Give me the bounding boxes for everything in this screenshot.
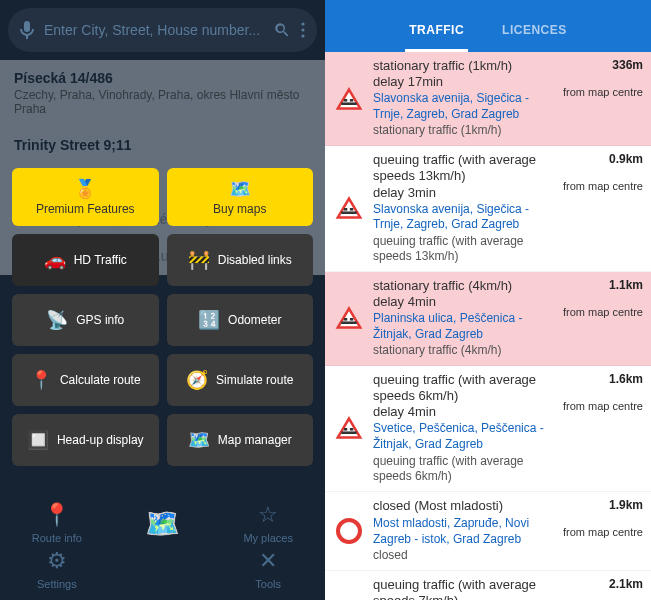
buy-maps-button[interactable]: 🗺️ Buy maps [167,168,314,226]
nav-label: My places [243,532,293,544]
traffic-location: Slavonska avenija, Sigečica - Trnje, Zag… [373,91,551,122]
nav-settings[interactable]: ⚙ Settings [6,548,108,590]
traffic-title: stationary traffic (4km/h) [373,278,551,294]
traffic-delay: delay 3min [373,185,551,200]
right-panel: TRAFFIC LICENCES stationary traffic (1km… [325,0,651,600]
svg-rect-7 [344,208,347,211]
route-calc-icon: 📍 [30,369,52,391]
svg-rect-11 [350,318,353,321]
traffic-location: Slavonska avenija, Sigečica - Trnje, Zag… [373,202,551,233]
traffic-delay: delay 17min [373,74,551,89]
traffic-meta: 1.9kmfrom map centre [557,498,643,564]
more-icon[interactable] [301,22,305,38]
nav-route-info[interactable]: 📍 Route info [6,502,108,544]
traffic-condition: stationary traffic (1km/h) [373,123,551,139]
traffic-body: stationary traffic (4km/h)delay 4minPlan… [373,278,551,359]
simulate-icon: 🧭 [186,369,208,391]
traffic-delay: delay 4min [373,404,551,419]
svg-rect-13 [344,428,347,431]
closed-icon [331,498,367,564]
calculate-route-button[interactable]: 📍 Calculate route [12,354,159,406]
svg-rect-14 [350,428,353,431]
svg-point-0 [301,22,304,25]
traffic-distance: 336m [557,58,643,72]
tools-menu: 🏅 Premium Features 🗺️ Buy maps 🚗 HD Traf… [12,168,313,466]
traffic-item[interactable]: queuing traffic (with average speeds 7km… [325,571,651,600]
left-panel: Písecká 14/486 Czechy, Praha, Vinohrady,… [0,0,325,600]
star-icon: ☆ [258,502,278,528]
odometer-button[interactable]: 🔢 Odometer [167,294,314,346]
nav-label: Route info [32,532,82,544]
tools-icon: ✕ [259,548,277,574]
menu-label: Disabled links [218,253,292,267]
traffic-delay: delay 4min [373,294,551,309]
traffic-meta: 336mfrom map centre [557,58,643,139]
svg-rect-12 [341,432,356,435]
premium-features-button[interactable]: 🏅 Premium Features [12,168,159,226]
disabled-links-button[interactable]: 🚧 Disabled links [167,234,314,286]
menu-label: Map manager [218,433,292,447]
svg-rect-5 [350,99,353,102]
traffic-location: Planinska ulica, Peščenica - Žitnjak, Gr… [373,311,551,342]
traffic-source: from map centre [557,400,643,413]
search-input[interactable] [44,22,263,38]
warning-icon [331,152,367,265]
menu-label: Head-up display [57,433,144,447]
nav-map-icon[interactable]: 🗺️ [112,502,214,544]
tab-traffic[interactable]: TRAFFIC [405,9,468,52]
route-icon: 📍 [43,502,70,528]
traffic-title: stationary traffic (1km/h) [373,58,551,74]
warning-icon [331,577,367,600]
tab-licences[interactable]: LICENCES [498,9,571,52]
menu-label: Premium Features [36,202,135,216]
search-icon[interactable] [273,21,291,39]
bottom-nav: 📍 Route info 🗺️ ☆ My places ⚙ Settings ✕… [0,494,325,600]
menu-label: Calculate route [60,373,141,387]
traffic-item[interactable]: stationary traffic (4km/h)delay 4minPlan… [325,272,651,366]
traffic-item[interactable]: stationary traffic (1km/h)delay 17minSla… [325,52,651,146]
closed-icon [336,518,362,544]
traffic-distance: 2.1km [557,577,643,591]
traffic-meta: 1.6kmfrom map centre [557,372,643,485]
traffic-title: queuing traffic (with average speeds 6km… [373,372,551,405]
map-manager-button[interactable]: 🗺️ Map manager [167,414,314,466]
mic-icon[interactable] [20,21,34,39]
svg-rect-10 [344,318,347,321]
map-plus-icon: 🗺️ [229,178,251,200]
hud-icon: 🔲 [27,429,49,451]
traffic-location: Svetice, Peščenica, Peščenica - Žitnjak,… [373,421,551,452]
satellite-icon: 📡 [46,309,68,331]
svg-rect-3 [341,102,356,105]
traffic-item[interactable]: queuing traffic (with average speeds 6km… [325,366,651,492]
svg-rect-9 [341,322,356,325]
svg-point-1 [301,28,304,31]
odometer-icon: 🔢 [198,309,220,331]
traffic-list[interactable]: stationary traffic (1km/h)delay 17minSla… [325,52,651,600]
traffic-body: queuing traffic (with average speeds 7km… [373,577,551,600]
traffic-source: from map centre [557,180,643,193]
traffic-item[interactable]: queuing traffic (with average speeds 13k… [325,146,651,272]
svg-point-2 [301,34,304,37]
traffic-distance: 1.6km [557,372,643,386]
traffic-condition: stationary traffic (4km/h) [373,343,551,359]
traffic-condition: queuing traffic (with average speeds 13k… [373,234,551,265]
award-icon: 🏅 [74,178,96,200]
nav-label: Tools [255,578,281,590]
traffic-distance: 0.9km [557,152,643,166]
traffic-distance: 1.1km [557,278,643,292]
nav-label: Settings [37,578,77,590]
warning-icon [331,58,367,139]
search-bar[interactable] [8,8,317,52]
gps-info-button[interactable]: 📡 GPS info [12,294,159,346]
cone-icon: 🚧 [188,249,210,271]
traffic-title: queuing traffic (with average speeds 7km… [373,577,551,600]
traffic-meta: 1.1kmfrom map centre [557,278,643,359]
nav-my-places[interactable]: ☆ My places [217,502,319,544]
head-up-display-button[interactable]: 🔲 Head-up display [12,414,159,466]
nav-tools[interactable]: ✕ Tools [217,548,319,590]
warning-icon [331,278,367,359]
traffic-item[interactable]: closed (Most mladosti)Most mladosti, Zap… [325,492,651,571]
hd-traffic-button[interactable]: 🚗 HD Traffic [12,234,159,286]
traffic-meta: 2.1kmfrom map centre [557,577,643,600]
simulate-route-button[interactable]: 🧭 Simulate route [167,354,314,406]
